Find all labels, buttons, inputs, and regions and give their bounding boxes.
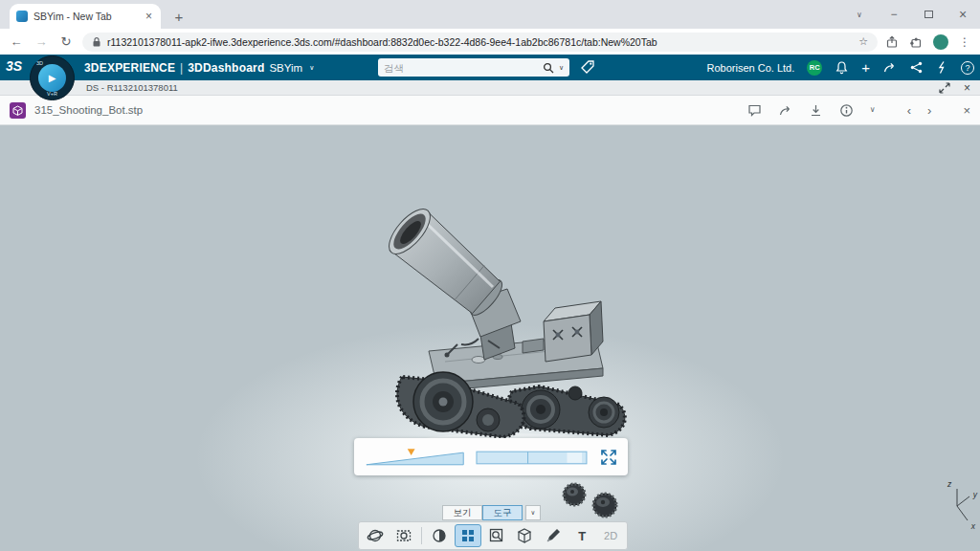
dashboard-subheader: DS - R1132101378011 × bbox=[0, 80, 980, 96]
company-name[interactable]: Roborisen Co. Ltd. bbox=[707, 62, 795, 74]
share-arrow-icon[interactable] bbox=[778, 103, 792, 118]
part-type-icon bbox=[10, 102, 26, 119]
3d-model-robot[interactable] bbox=[335, 157, 641, 453]
compass-vr-label: V+R bbox=[47, 91, 57, 97]
browser-action-icons: ⋮ bbox=[885, 34, 972, 50]
tab-title: SBYim - New Tab bbox=[33, 11, 138, 22]
axis-z-label: z bbox=[947, 479, 951, 489]
axis-x-label: x bbox=[971, 521, 975, 531]
tab-close-icon[interactable]: × bbox=[144, 10, 154, 23]
shaded-view-button[interactable] bbox=[426, 524, 453, 547]
notifications-bell-icon[interactable] bbox=[835, 60, 849, 75]
toolbar-divider bbox=[421, 527, 422, 544]
more-chevron-icon[interactable]: ∨ bbox=[870, 106, 876, 114]
fullscreen-toggle-icon[interactable] bbox=[939, 82, 950, 94]
browser-menu-icon[interactable]: ⋮ bbox=[959, 35, 970, 49]
platform-search[interactable]: ∨ bbox=[378, 58, 569, 77]
url-text: r1132101378011-apk2-ifwe.3dexperience.3d… bbox=[107, 36, 853, 48]
document-actions: ∨ ‹ › × bbox=[747, 103, 970, 118]
compass-icon[interactable]: 3D ▶ V+R bbox=[30, 55, 75, 100]
text-tool-glyph: T bbox=[578, 529, 586, 543]
header-right-icons: Roborisen Co. Ltd. RC + ? bbox=[707, 55, 974, 80]
viewer-canvas[interactable]: 보기 도구 ∨ bbox=[0, 125, 980, 551]
maximize-button[interactable] bbox=[911, 0, 946, 29]
axis-triad: z y x bbox=[946, 481, 980, 531]
measure-pencil-button[interactable] bbox=[540, 524, 567, 547]
lock-icon[interactable] bbox=[92, 36, 101, 48]
add-content-icon[interactable]: + bbox=[861, 59, 870, 76]
progress-bar-slider[interactable] bbox=[476, 446, 590, 469]
viewer-toolbar: T 2D bbox=[358, 521, 628, 550]
compass-play-icon[interactable]: ▶ bbox=[38, 64, 66, 92]
address-bar[interactable]: r1132101378011-apk2-ifwe.3dexperience.3d… bbox=[82, 33, 878, 52]
back-button[interactable]: ← bbox=[8, 34, 25, 49]
flow-icon[interactable] bbox=[936, 60, 948, 75]
document-title: 315_Shooting_Bot.stp bbox=[34, 104, 143, 116]
profile-avatar[interactable] bbox=[933, 34, 948, 50]
workspace-chevron-icon[interactable]: ∨ bbox=[309, 64, 314, 72]
download-icon[interactable] bbox=[809, 103, 823, 118]
multiview-button[interactable] bbox=[455, 524, 481, 547]
dassault-logo[interactable]: 3S bbox=[6, 58, 22, 74]
workspace-name[interactable]: SBYim bbox=[269, 62, 302, 74]
brand-3dexperience: 3DEXPERIENCE bbox=[84, 61, 175, 75]
maximize-icon bbox=[924, 11, 933, 18]
close-document-icon[interactable]: × bbox=[963, 104, 970, 117]
help-icon[interactable]: ? bbox=[961, 61, 974, 75]
browser-tab[interactable]: SBYim - New Tab × bbox=[10, 4, 161, 29]
dashboard-id: DS - R1132101378011 bbox=[86, 82, 178, 93]
info-icon[interactable] bbox=[839, 103, 854, 118]
tag-filter-wrap bbox=[580, 59, 595, 78]
render-style-button[interactable] bbox=[362, 524, 389, 547]
minimize-button[interactable]: − bbox=[877, 0, 911, 29]
user-avatar[interactable]: RC bbox=[807, 60, 822, 76]
new-tab-button[interactable]: + bbox=[168, 9, 189, 25]
tag-icon[interactable] bbox=[580, 59, 595, 75]
forward-button[interactable]: → bbox=[33, 34, 50, 49]
gear-parts[interactable] bbox=[553, 477, 624, 521]
close-widget-icon[interactable]: × bbox=[964, 81, 970, 95]
search-options-chevron-icon[interactable]: ∨ bbox=[559, 64, 564, 72]
refresh-button[interactable]: ↻ bbox=[57, 34, 75, 49]
2d-mode-button[interactable]: 2D bbox=[597, 524, 624, 547]
extensions-puzzle-icon[interactable] bbox=[909, 35, 923, 49]
tabs-more-chevron-icon[interactable]: ∨ bbox=[525, 505, 541, 520]
snapshot-button[interactable] bbox=[390, 524, 417, 547]
prev-doc-icon[interactable]: ‹ bbox=[907, 104, 911, 117]
share-network-icon[interactable] bbox=[909, 60, 924, 75]
comment-icon[interactable] bbox=[747, 103, 762, 118]
compass-3d-label: 3D bbox=[36, 60, 43, 66]
brand-divider: | bbox=[180, 61, 183, 75]
platform-header: 3S 3DEXPERIENCE | 3DDashboard SBYim ∨ ∨ … bbox=[0, 55, 980, 80]
search-icon[interactable] bbox=[543, 62, 554, 74]
viewer-control-panel bbox=[354, 438, 628, 475]
brand-3ddashboard: 3DDashboard bbox=[188, 61, 264, 75]
speed-wedge-slider[interactable] bbox=[363, 446, 467, 469]
browser-toolbar: ← → ↻ r1132101378011-apk2-ifwe.3dexperie… bbox=[0, 29, 980, 55]
bookmark-star-icon[interactable]: ☆ bbox=[858, 35, 868, 48]
2d-tool-glyph: 2D bbox=[604, 530, 617, 541]
share-arrow-icon[interactable] bbox=[882, 60, 897, 75]
share-icon[interactable] bbox=[885, 35, 899, 49]
subheader-icons: × bbox=[939, 81, 970, 95]
viewer-tab-bar: 보기 도구 ∨ bbox=[442, 505, 541, 520]
tab-search-icon[interactable]: ∨ bbox=[842, 0, 877, 29]
text-annotation-button[interactable]: T bbox=[568, 524, 595, 547]
brand-block: 3DEXPERIENCE | 3DDashboard SBYim ∨ bbox=[84, 61, 314, 75]
tab-tools[interactable]: 도구 bbox=[482, 505, 523, 520]
tab-view[interactable]: 보기 bbox=[442, 505, 482, 520]
close-window-button[interactable]: × bbox=[946, 0, 980, 29]
search-input[interactable] bbox=[384, 62, 538, 74]
browser-tab-strip: SBYim - New Tab × + ∨ − × bbox=[0, 0, 980, 29]
axis-y-label: y bbox=[973, 490, 977, 499]
fit-view-button[interactable] bbox=[598, 447, 619, 468]
tab-favicon-icon bbox=[16, 11, 28, 22]
window-controls: ∨ − × bbox=[842, 0, 980, 29]
section-cube-button[interactable] bbox=[512, 524, 539, 547]
play-glyph: ▶ bbox=[49, 73, 56, 83]
document-bar: 315_Shooting_Bot.stp ∨ ‹ › × bbox=[0, 96, 980, 125]
next-doc-icon[interactable]: › bbox=[927, 104, 931, 117]
zoom-area-button[interactable] bbox=[483, 524, 510, 547]
